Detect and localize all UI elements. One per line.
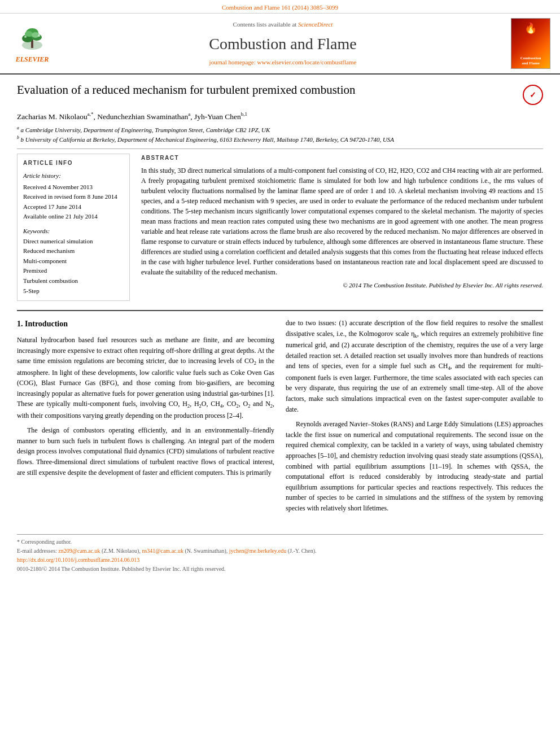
body-right-column: due to two issues: (1) accurate descript…: [286, 318, 543, 518]
intro-para-2: The design of combustors operating effic…: [17, 425, 274, 478]
article-info-label: ARTICLE INFO: [23, 159, 124, 168]
journal-cover-section: 🔥 Combustionand Flame: [508, 18, 553, 69]
cover-title: Combustionand Flame: [520, 56, 541, 66]
svg-point-7: [24, 36, 27, 38]
doi-link[interactable]: http://dx.doi.org/10.1016/j.combustflame…: [17, 557, 139, 563]
crossmark-badge: ✓: [523, 85, 543, 105]
elsevier-tree-icon: [15, 23, 49, 54]
keyword-5: Turbulent combustion: [23, 276, 124, 286]
journal-homepage: journal homepage: www.elsevier.com/locat…: [209, 58, 357, 67]
intro-para-4: Reynolds averaged Navier–Stokes (RANS) a…: [286, 419, 543, 513]
crossmark-icon: ✓: [530, 90, 536, 101]
body-left-column: 1. Introduction Natural hydrocarbon base…: [17, 318, 274, 518]
authors-line: Zacharias M. Nikolaoua,*, Nedunchezhian …: [17, 111, 543, 122]
abstract-label: ABSTRACT: [141, 154, 543, 162]
keyword-4: Premixed: [23, 266, 124, 276]
accepted-date: Accepted 17 June 2014: [23, 202, 124, 212]
doi-line: http://dx.doi.org/10.1016/j.combustflame…: [17, 556, 543, 564]
email-line: E-mail addresses: zn209@cam.ac.uk (Z.M. …: [17, 547, 543, 555]
svg-point-8: [38, 34, 40, 37]
journal-header: ELSEVIER Contents lists available at Sci…: [0, 14, 560, 75]
affiliation-a: a a Cambridge University, Department of …: [17, 125, 543, 134]
journal-cover: 🔥 Combustionand Flame: [511, 18, 550, 69]
email-1-link[interactable]: zn209@cam.ac.uk: [58, 548, 100, 554]
homepage-url: www.elsevier.com/locate/combustflame: [257, 59, 357, 65]
email-3-link[interactable]: jychen@me.berkeley.edu: [229, 548, 286, 554]
email-2-link[interactable]: ns341@cam.ac.uk: [142, 548, 183, 554]
article-content: Evaluation of a reduced mechanism for tu…: [0, 75, 560, 526]
corresponding-author-note: * Corresponding author.: [17, 538, 543, 546]
keyword-1: Direct numerical simulation: [23, 237, 124, 247]
keyword-2: Reduced mechanism: [23, 246, 124, 256]
abstract-text: In this study, 3D direct numerical simul…: [141, 165, 543, 277]
abstract-column: ABSTRACT In this study, 3D direct numeri…: [141, 154, 543, 301]
elsevier-logo-section: ELSEVIER: [7, 18, 58, 69]
top-bar: Combustion and Flame 161 (2014) 3085–309…: [0, 0, 560, 14]
divider-1: [17, 148, 543, 149]
copyright-line: © 2014 The Combustion Institute. Publish…: [141, 281, 543, 290]
intro-para-1: Natural hydrocarbon based fuel resources…: [17, 335, 274, 421]
body-columns: 1. Introduction Natural hydrocarbon base…: [17, 318, 543, 518]
article-info-column: ARTICLE INFO Article history: Received 4…: [17, 154, 130, 301]
intro-heading: 1. Introduction: [17, 318, 274, 330]
keyword-6: 5-Step: [23, 286, 124, 296]
journal-title: Combustion and Flame: [209, 33, 356, 55]
issn-line: 0010-2180/© 2014 The Combustion Institut…: [17, 565, 543, 573]
intro-para-3: due to two issues: (1) accurate descript…: [286, 318, 543, 414]
info-abstract-columns: ARTICLE INFO Article history: Received 4…: [17, 154, 543, 301]
affiliations: a a Cambridge University, Department of …: [17, 125, 543, 144]
journal-header-center: Contents lists available at ScienceDirec…: [63, 18, 502, 69]
received-revised-date: Received in revised form 8 June 2014: [23, 192, 124, 202]
sciencedirect-link[interactable]: ScienceDirect: [298, 21, 333, 28]
journal-citation: Combustion and Flame 161 (2014) 3085–309…: [222, 4, 338, 11]
article-info-box: ARTICLE INFO Article history: Received 4…: [17, 154, 130, 301]
article-title: Evaluation of a reduced mechanism for tu…: [17, 82, 516, 98]
affiliation-b: b b University of California at Berkeley…: [17, 134, 543, 144]
keyword-3: Multi-component: [23, 256, 124, 267]
available-date: Available online 21 July 2014: [23, 212, 124, 222]
keywords-label: Keywords:: [23, 226, 124, 237]
history-label: Article history:: [23, 171, 124, 181]
flame-icon: 🔥: [524, 21, 537, 36]
elsevier-text: ELSEVIER: [16, 55, 49, 64]
keywords-section: Keywords: Direct numerical simulation Re…: [23, 226, 124, 296]
body-section: 1. Introduction Natural hydrocarbon base…: [17, 310, 543, 518]
article-title-section: Evaluation of a reduced mechanism for tu…: [17, 82, 543, 105]
page-footer: * Corresponding author. E-mail addresses…: [17, 534, 543, 578]
received-date: Received 4 November 2013: [23, 182, 124, 193]
abstract-section: ABSTRACT In this study, 3D direct numeri…: [141, 154, 543, 290]
sciencedirect-line: Contents lists available at ScienceDirec…: [233, 20, 333, 29]
elsevier-logo: ELSEVIER: [15, 23, 49, 64]
